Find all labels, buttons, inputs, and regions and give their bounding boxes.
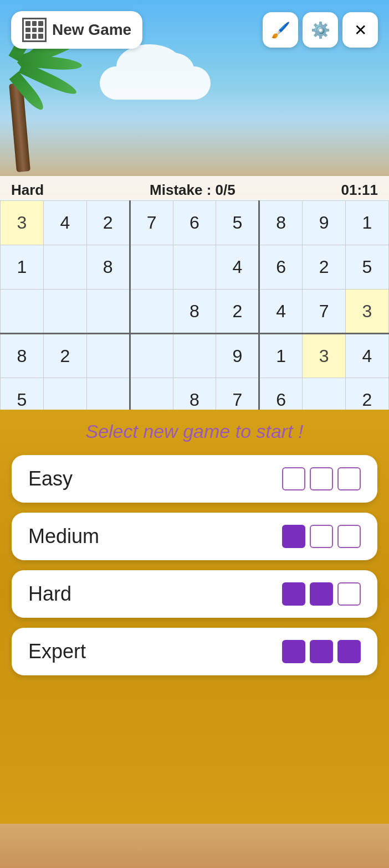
hard-dot-2 <box>310 582 333 606</box>
medium-dots <box>282 525 361 548</box>
hard-dot-1 <box>282 582 305 606</box>
settings-button[interactable]: ⚙️ <box>303 12 338 48</box>
cell-2-2[interactable] <box>86 290 130 334</box>
hard-difficulty-button[interactable]: Hard <box>12 570 377 618</box>
easy-dots <box>282 467 361 490</box>
expert-dots <box>282 640 361 663</box>
medium-label: Medium <box>28 525 99 548</box>
medium-dot-2 <box>310 525 333 548</box>
medium-dot-1 <box>282 525 305 548</box>
top-bar: New Game 🖌️ ⚙️ ✕ <box>0 11 389 49</box>
close-icon: ✕ <box>354 21 367 39</box>
cell-0-5[interactable]: 5 <box>216 201 259 245</box>
timer-label: 01:11 <box>341 182 378 199</box>
cell-0-4[interactable]: 6 <box>173 201 216 245</box>
cell-1-2[interactable]: 8 <box>86 245 130 290</box>
cell-3-2[interactable] <box>86 334 130 378</box>
table-row: 8 2 4 7 3 <box>1 290 389 334</box>
mistake-label: Mistake : 0/5 <box>150 182 236 199</box>
medium-difficulty-button[interactable]: Medium <box>12 513 377 560</box>
cloud-decoration <box>100 66 211 100</box>
hard-dot-3 <box>337 582 361 606</box>
cell-2-4[interactable]: 8 <box>173 290 216 334</box>
sudoku-table: 3 4 2 7 6 5 8 9 1 1 8 4 6 2 5 8 2 <box>0 200 389 422</box>
medium-dot-3 <box>337 525 361 548</box>
cell-2-7[interactable]: 7 <box>303 290 346 334</box>
cell-2-6[interactable]: 4 <box>259 290 303 334</box>
cell-2-1[interactable] <box>43 290 86 334</box>
cell-0-6[interactable]: 8 <box>259 201 303 245</box>
cell-1-3[interactable] <box>130 245 173 290</box>
cell-0-1[interactable]: 4 <box>43 201 86 245</box>
top-right-buttons: 🖌️ ⚙️ ✕ <box>263 12 378 48</box>
difficulty-overlay: Select new game to start ! Easy Medium H… <box>0 410 389 868</box>
cell-3-7[interactable]: 3 <box>303 334 346 378</box>
select-prompt: Select new game to start ! <box>85 421 303 442</box>
expert-dot-1 <box>282 640 305 663</box>
expert-dot-2 <box>310 640 333 663</box>
cell-1-7[interactable]: 2 <box>303 245 346 290</box>
cell-3-5[interactable]: 9 <box>216 334 259 378</box>
beach-strip <box>0 824 389 868</box>
cell-2-8[interactable]: 3 <box>346 290 389 334</box>
new-game-button[interactable]: New Game <box>11 11 142 49</box>
brush-button[interactable]: 🖌️ <box>263 12 298 48</box>
cell-3-1[interactable]: 2 <box>43 334 86 378</box>
easy-dot-1 <box>282 467 305 490</box>
brush-icon: 🖌️ <box>271 21 290 39</box>
hard-dots <box>282 582 361 606</box>
cell-3-0[interactable]: 8 <box>1 334 44 378</box>
cell-2-3[interactable] <box>130 290 173 334</box>
sudoku-grid: 3 4 2 7 6 5 8 9 1 1 8 4 6 2 5 8 2 <box>0 200 389 422</box>
expert-label: Expert <box>28 640 86 663</box>
cell-3-3[interactable] <box>130 334 173 378</box>
easy-dot-2 <box>310 467 333 490</box>
easy-difficulty-button[interactable]: Easy <box>12 455 377 503</box>
cell-1-8[interactable]: 5 <box>346 245 389 290</box>
palm-tree-decoration <box>0 44 83 172</box>
cell-0-2[interactable]: 2 <box>86 201 130 245</box>
cell-1-0[interactable]: 1 <box>1 245 44 290</box>
cell-3-6[interactable]: 1 <box>259 334 303 378</box>
difficulty-label: Hard <box>11 182 44 199</box>
cell-0-0[interactable]: 3 <box>1 201 44 245</box>
cell-1-5[interactable]: 4 <box>216 245 259 290</box>
table-row: 1 8 4 6 2 5 <box>1 245 389 290</box>
cell-0-8[interactable]: 1 <box>346 201 389 245</box>
cell-0-3[interactable]: 7 <box>130 201 173 245</box>
easy-dot-3 <box>337 467 361 490</box>
expert-difficulty-button[interactable]: Expert <box>12 628 377 675</box>
expert-dot-3 <box>337 640 361 663</box>
cell-1-1[interactable] <box>43 245 86 290</box>
settings-icon: ⚙️ <box>311 21 330 39</box>
cell-3-8[interactable]: 4 <box>346 334 389 378</box>
hard-label: Hard <box>28 582 71 606</box>
new-game-label: New Game <box>52 21 131 39</box>
cell-2-5[interactable]: 2 <box>216 290 259 334</box>
cell-2-0[interactable] <box>1 290 44 334</box>
close-button[interactable]: ✕ <box>342 12 378 48</box>
cell-1-4[interactable] <box>173 245 216 290</box>
grid-icon <box>22 18 47 42</box>
easy-label: Easy <box>28 467 73 490</box>
cell-0-7[interactable]: 9 <box>303 201 346 245</box>
cell-3-4[interactable] <box>173 334 216 378</box>
cell-1-6[interactable]: 6 <box>259 245 303 290</box>
table-row: 3 4 2 7 6 5 8 9 1 <box>1 201 389 245</box>
table-row: 8 2 9 1 3 4 <box>1 334 389 378</box>
